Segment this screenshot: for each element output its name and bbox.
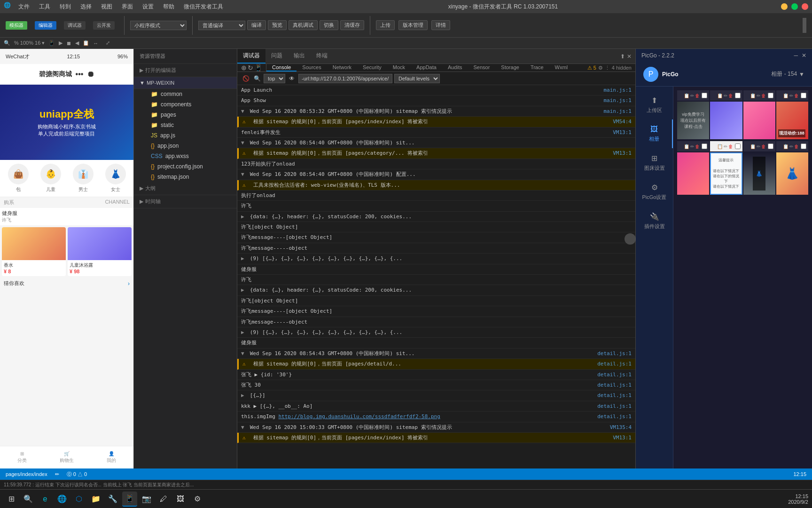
edit-btn-3[interactable]: ✏	[757, 93, 760, 98]
more-icon[interactable]: ⋮	[605, 65, 610, 71]
taskbar-picgo[interactable]: 🖼	[173, 492, 188, 507]
nav-upload[interactable]: ⬆ 上传区	[636, 90, 673, 119]
menu-select[interactable]: 选择	[78, 2, 94, 12]
del-btn-2[interactable]: 🗑	[728, 93, 733, 98]
checkbox-3[interactable]	[768, 93, 773, 98]
switch-button[interactable]: 切换	[320, 20, 338, 30]
menu-ui[interactable]: 界面	[120, 2, 135, 12]
expand-icon[interactable]: ▶	[241, 329, 244, 336]
taskbar-wechat-dev[interactable]: 🔧	[105, 492, 120, 507]
taskbar-folder[interactable]: 📁	[88, 492, 103, 507]
cat-women[interactable]: 👗 女士	[99, 164, 132, 193]
edit-btn-7[interactable]: ✏	[757, 144, 760, 149]
timeline-section[interactable]: ▶ 时间轴	[134, 195, 237, 208]
cloud-button[interactable]: 云开发	[93, 21, 115, 30]
checkbox-2[interactable]	[735, 93, 741, 98]
expand-icon[interactable]: ▶	[241, 286, 244, 294]
project-section[interactable]: ▼ MP-WEIXIN	[134, 77, 237, 89]
image-8[interactable]: 👗	[776, 152, 808, 195]
checkbox-1[interactable]	[702, 93, 707, 98]
compile-select[interactable]: 普通编译	[198, 21, 245, 30]
tab-sources[interactable]: Sources	[297, 64, 327, 71]
menu-tools[interactable]: 工具	[37, 2, 52, 12]
filter-input[interactable]	[298, 74, 392, 83]
img-link[interactable]: http://blog.img.duanshuilu.com/sssdfadfe…	[278, 413, 440, 420]
tab-audits[interactable]: Audits	[442, 64, 468, 71]
refresh-icon[interactable]: ↻	[248, 64, 253, 71]
simulator-button[interactable]: 模拟器	[6, 21, 27, 30]
tab-network[interactable]: Network	[327, 64, 357, 71]
taskbar-search[interactable]: 🔍	[21, 492, 36, 507]
picgo-minimize[interactable]: ─	[794, 52, 798, 59]
copy-btn-3[interactable]: 📋	[750, 93, 756, 98]
expand-icon[interactable]: ▼	[241, 108, 244, 115]
folder-common[interactable]: 📁 common	[134, 89, 237, 99]
tab-problems[interactable]: 问题	[265, 49, 288, 64]
del-btn-7[interactable]: 🗑	[761, 144, 766, 149]
editor-button[interactable]: 编辑器	[35, 21, 56, 30]
del-btn-4[interactable]: 🗑	[794, 93, 799, 98]
expand-icon[interactable]: ▶	[241, 213, 244, 220]
tab-storage[interactable]: Storage	[495, 64, 525, 71]
copy-btn-1[interactable]: 📋	[684, 93, 689, 98]
nav-cart[interactable]: 🛒 购物生	[45, 446, 89, 468]
expand-icon[interactable]: ▼	[241, 424, 244, 431]
nav-album[interactable]: 🖼 相册	[636, 119, 673, 148]
edit-btn-4[interactable]: ✏	[789, 93, 793, 98]
image-1[interactable]: vip免费学习现在以后所有课程-点击	[677, 102, 709, 139]
play-icon[interactable]: ▶	[59, 40, 62, 46]
tab-output[interactable]: 输出	[288, 49, 311, 64]
toolbar-right-handle[interactable]	[803, 18, 806, 33]
menu-file[interactable]: 文件	[16, 2, 31, 12]
cat-men[interactable]: 👔 男士	[67, 164, 99, 193]
expand-icon[interactable]: ▶	[241, 392, 244, 399]
tab-sensor[interactable]: Sensor	[468, 64, 495, 71]
file-appwxss[interactable]: CSS app.wxss	[134, 151, 237, 161]
recommend-more[interactable]: ›	[128, 280, 130, 287]
edit-btn-1[interactable]: ✏	[690, 93, 694, 98]
tab-terminal[interactable]: 终端	[311, 49, 333, 64]
open-editors-section[interactable]: ▶ 打开的编辑器	[134, 64, 237, 77]
menu-wechat-devtools[interactable]: 微信开发者工具	[182, 2, 225, 12]
image-4[interactable]: 现活动价:188	[776, 102, 808, 139]
copy-btn-4[interactable]: 📋	[783, 93, 789, 98]
tab-mock[interactable]: Mock	[387, 64, 411, 71]
copy-btn-6[interactable]: 📋	[717, 144, 723, 149]
del-btn-6[interactable]: 🗑	[728, 144, 733, 149]
file-sitemap[interactable]: {} sitemap.json	[134, 172, 237, 182]
taskbar-settings[interactable]: ⚙	[190, 492, 205, 507]
copy-btn-2[interactable]: 📋	[717, 93, 723, 98]
stop-icon[interactable]: ⏹	[66, 40, 71, 46]
taskbar-vscode[interactable]: ⬡	[71, 492, 86, 507]
level-select[interactable]: Default levels	[394, 74, 440, 83]
image-6[interactable]: 温馨提示请在以下情况下请在以下的情况下请在以下情况下	[710, 152, 742, 195]
folder-static[interactable]: 📁 static	[134, 120, 237, 130]
expand-icon[interactable]: ▼	[241, 171, 244, 178]
devtools-close-icon[interactable]: ✕	[627, 53, 632, 60]
checkbox-6[interactable]	[735, 143, 741, 149]
copy-btn-7[interactable]: 📋	[750, 144, 756, 149]
product-item-1[interactable]: 香水 ¥ 8	[2, 227, 66, 276]
edit-btn-6[interactable]: ✏	[724, 144, 727, 149]
tab-trace[interactable]: Trace	[525, 64, 549, 71]
version-mgr-button[interactable]: 版本管理	[398, 20, 428, 30]
menu-help[interactable]: 帮助	[161, 2, 176, 12]
nav-picgo-settings[interactable]: ⚙ PicGo设置	[636, 177, 673, 206]
preview-button[interactable]: 预览	[268, 20, 287, 30]
real-debug-button[interactable]: 真机调试	[289, 20, 318, 30]
checkbox-7[interactable]	[768, 143, 773, 149]
nav-plugin-settings[interactable]: 🔌 插件设置	[636, 206, 673, 236]
image-7[interactable]: 👗	[743, 152, 775, 195]
cat-bag[interactable]: 👜 包	[2, 164, 34, 193]
checkbox-8[interactable]	[801, 143, 806, 149]
file-appjs[interactable]: JS app.js	[134, 130, 237, 141]
product-item-2[interactable]: 儿童沐浴露 ¥ 98	[68, 227, 132, 276]
compile-button[interactable]: 编译	[247, 20, 266, 30]
picgo-close[interactable]: ✕	[802, 52, 806, 59]
nav-gallery-settings[interactable]: ⊞ 图床设置	[636, 148, 673, 177]
clear-console-btn[interactable]: 🚫	[241, 74, 250, 83]
menu-view[interactable]: 视图	[99, 2, 114, 12]
image-2[interactable]	[710, 102, 742, 139]
tab-console[interactable]: Console	[266, 64, 297, 71]
minimize-button[interactable]	[781, 3, 788, 10]
